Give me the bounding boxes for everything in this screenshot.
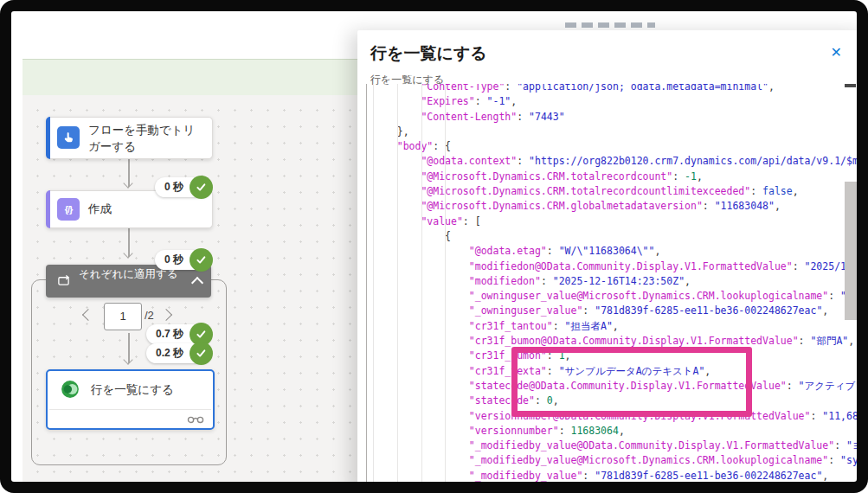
panel-title: 行を一覧にする xyxy=(370,42,487,65)
app-window: 0 秒 フローを手動でトリガーする 0 秒 xyxy=(11,11,857,482)
code-line: "_modifiedby_value@Microsoft.Dynamics.CR… xyxy=(366,453,857,468)
code-line: "_owninguser_value@Microsoft.Dynamics.CR… xyxy=(366,289,857,304)
duration-label: 0 秒 xyxy=(164,180,183,195)
code-line: "Content-Length": "7443" xyxy=(366,110,857,125)
code-line: "modifiedon@OData.Community.Display.V1.F… xyxy=(366,259,857,274)
indent-guide xyxy=(445,84,446,482)
duration-label: 0 秒 xyxy=(164,253,183,267)
dataverse-icon xyxy=(61,380,80,399)
code-line: "value": [ xyxy=(366,214,857,229)
node-trigger-card[interactable]: フローを手動でトリガーする xyxy=(46,117,213,159)
code-line: }, xyxy=(366,125,857,139)
code-line: "@odata.context": "https://org822b0120.c… xyxy=(366,154,857,169)
duration-badge-trigger: 0 秒 xyxy=(155,177,211,197)
connector-arrow xyxy=(128,158,130,187)
code-line: "_modifiedby_value@OData.Community.Displ… xyxy=(366,439,857,453)
duration-badge-compose: 0 秒 xyxy=(155,250,211,270)
code-line: "body": { xyxy=(366,139,857,154)
braces-icon: {/} xyxy=(57,198,80,221)
code-line: "@odata.etag": "W/\"11683064\"", xyxy=(366,244,857,259)
code-line: "modifiedon": "2025-12-16T14:23:50Z", xyxy=(366,274,857,289)
duration-label: 0.2 秒 xyxy=(156,346,183,361)
code-left-border xyxy=(366,84,367,482)
code-line: "_modifiedby_value": "781d839f-6285-ee11… xyxy=(366,469,857,482)
code-line: "@Microsoft.Dynamics.CRM.globalmetadatav… xyxy=(366,199,857,214)
code-line: { xyxy=(366,229,857,244)
card-divider xyxy=(49,409,211,410)
trigger-accent-bar xyxy=(46,117,50,159)
node-title: フローを手動でトリガーする xyxy=(88,122,203,155)
connection-link-icon xyxy=(187,413,204,425)
code-line: "cr31f_tantou": "担当者A", xyxy=(366,319,857,334)
code-line: "Expires": "-1", xyxy=(366,94,857,109)
success-check-icon xyxy=(190,176,213,199)
success-check-icon xyxy=(190,248,213,272)
code-line: "versionnumber": 11683064, xyxy=(366,424,857,439)
success-check-icon xyxy=(190,342,213,365)
code-line: "@Microsoft.Dynamics.CRM.totalrecordcoun… xyxy=(366,184,857,199)
highlight-annotation-box xyxy=(511,347,752,417)
node-title: 行を一覧にする xyxy=(91,381,174,398)
json-code-lines: "Content-Type": "application/json; odata… xyxy=(366,84,857,482)
code-line: "@Microsoft.Dynamics.CRM.totalrecordcoun… xyxy=(366,170,857,184)
hand-tap-icon xyxy=(57,126,80,149)
vertical-scrollbar-thumb[interactable] xyxy=(845,182,857,320)
loop-icon xyxy=(57,274,70,287)
close-icon[interactable]: ✕ xyxy=(831,44,842,61)
indent-guide xyxy=(421,84,422,482)
connector-arrow xyxy=(128,227,130,257)
code-line: "Content-Type": "application/json; odata… xyxy=(366,84,857,94)
node-title: 作成 xyxy=(88,201,112,217)
indent-guide xyxy=(373,84,374,482)
clipped-text-fragment xyxy=(565,22,655,28)
duration-label: 0.7 秒 xyxy=(156,327,183,342)
compose-accent-bar xyxy=(46,190,50,228)
connector-arrow xyxy=(128,333,130,363)
page-total-label: /2 xyxy=(145,309,154,322)
screenshot-stage: 0 秒 フローを手動でトリガーする 0 秒 xyxy=(0,0,868,493)
page-number-input[interactable]: 1 xyxy=(104,303,142,330)
duration-badge-list-rows: 0.2 秒 xyxy=(146,343,211,363)
raw-outputs-code-viewer[interactable]: "Content-Type": "application/json; odata… xyxy=(366,84,857,482)
indent-guide xyxy=(397,84,398,482)
node-list-rows-card[interactable]: 行を一覧にする xyxy=(46,369,215,430)
scrollbar-top-cap xyxy=(845,84,856,87)
code-line: "_owninguser_value": "781d839f-6285-ee11… xyxy=(366,304,857,318)
